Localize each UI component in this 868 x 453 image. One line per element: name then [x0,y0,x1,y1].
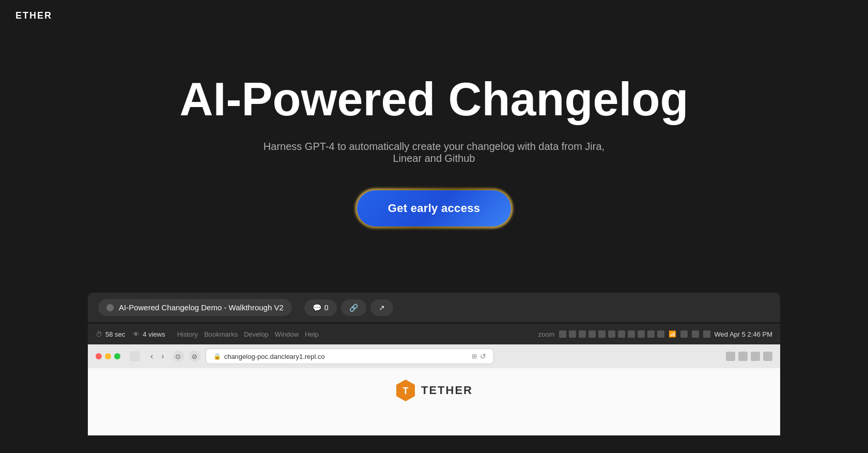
traffic-light-red[interactable] [96,353,102,359]
comment-icon: 💬 [313,304,321,312]
loom-controls: ⏱ 58 sec 👁 4 views History Bookmarks Dev… [88,324,780,344]
new-tab-icon[interactable] [751,352,760,361]
loom-views-value: 4 views [143,330,165,338]
browser-wifi-icon: 📶 [669,330,676,338]
external-icon: ↗ [379,304,385,312]
bookmark-icon[interactable] [738,352,748,361]
eye-icon: 👁 [133,330,140,338]
get-early-access-button[interactable]: Get early access [357,190,512,226]
loom-history: History [177,330,198,338]
zoom-label: zoom [538,330,555,338]
browser-toolbar-icons [559,330,664,338]
clock-icon: ⏱ [96,330,102,338]
address-bar-right-icons: ⊞ ↺ [472,352,486,360]
loom-bookmarks: Bookmarks [204,330,238,338]
comment-button[interactable]: 💬 0 [304,299,337,316]
browser-icon-14 [703,330,710,338]
comment-count: 0 [324,304,329,312]
sidebar-toggle-icon[interactable] [130,351,140,361]
browser-icon-3 [579,330,586,338]
hero-section: AI-Powered Changelog Harness GPT-4 to au… [0,0,868,300]
link-button[interactable]: 🔗 [341,299,366,316]
browser-datetime: Wed Apr 5 2:46 PM [715,330,773,338]
traffic-lights [96,353,120,359]
navigation: ETHER [0,0,868,32]
loom-window: Window [275,330,299,338]
svg-text:T: T [403,386,409,396]
browser-icon-13 [692,330,699,338]
tether-logo-preview: T TETHER [395,379,473,402]
hero-title: AI-Powered Changelog [179,74,688,125]
share-icon[interactable] [726,352,735,361]
link-icon: 🔗 [349,304,358,312]
browser-icon-4 [588,330,596,338]
loom-time-value: 58 sec [105,330,125,338]
loom-time-stat: ⏱ 58 sec [96,330,125,338]
tether-hex-icon: T [395,379,416,402]
video-actions: 💬 0 🔗 ↗ [304,299,393,316]
website-preview-inner: T TETHER [88,368,780,435]
loom-help: Help [305,330,319,338]
video-dot [106,304,114,311]
demo-section: AI-Powered Changelog Demo - Walkthrough … [83,293,785,453]
video-bar: AI-Powered Changelog Demo - Walkthrough … [88,293,780,322]
back-button[interactable]: ‹ [147,351,156,362]
loom-views-stat: 👁 4 views [133,330,165,338]
browser-icon-1 [559,330,566,338]
address-bar-text: changelog-poc.dancleary1.repl.co [224,353,325,360]
loom-right-controls: zoom 📶 Wed Apr 5 2:46 PM [538,330,772,338]
browser-icon-10 [647,330,655,338]
address-bar[interactable]: 🔒 changelog-poc.dancleary1.repl.co ⊞ ↺ [206,349,494,364]
video-title-text: AI-Powered Changelog Demo - Walkthrough … [119,303,284,312]
traffic-light-green[interactable] [114,353,120,359]
browser-icon-12 [680,330,688,338]
browser-icon-11 [657,330,664,338]
loom-nav-items: History Bookmarks Develop Window Help [177,330,319,338]
external-link-button[interactable]: ↗ [370,299,393,316]
lock-icon: 🔒 [213,353,221,360]
refresh-icon[interactable]: ↺ [480,352,486,360]
loom-develop: Develop [244,330,269,338]
browser-icon-5 [598,330,606,338]
website-preview: T TETHER [88,368,780,435]
browser-icon-2 [569,330,576,338]
tether-brand-text: TETHER [421,384,473,397]
cta-wrapper: Get early access [357,190,512,226]
grid-icon[interactable] [763,352,772,361]
translate-icon: ⊞ [472,353,477,360]
forward-button[interactable]: › [158,351,167,362]
traffic-light-yellow[interactable] [105,353,111,359]
extensions-icon[interactable]: ⊘ [189,351,200,362]
browser-icon-8 [628,330,635,338]
browser-icon-7 [618,330,625,338]
video-title-pill: AI-Powered Changelog Demo - Walkthrough … [98,299,292,316]
browser-icon-6 [608,330,615,338]
reader-mode-icon[interactable]: ⊙ [173,351,184,362]
browser-icon-9 [638,330,645,338]
browser-address-row: ‹ › ⊙ ⊘ 🔒 changelog-poc.dancleary1.repl.… [88,344,780,368]
nav-logo: ETHER [16,10,52,21]
nav-buttons: ‹ › [147,351,167,362]
browser-right-toolbar [499,352,772,361]
hero-subtitle: Harness GPT-4 to automatically create yo… [253,141,615,164]
